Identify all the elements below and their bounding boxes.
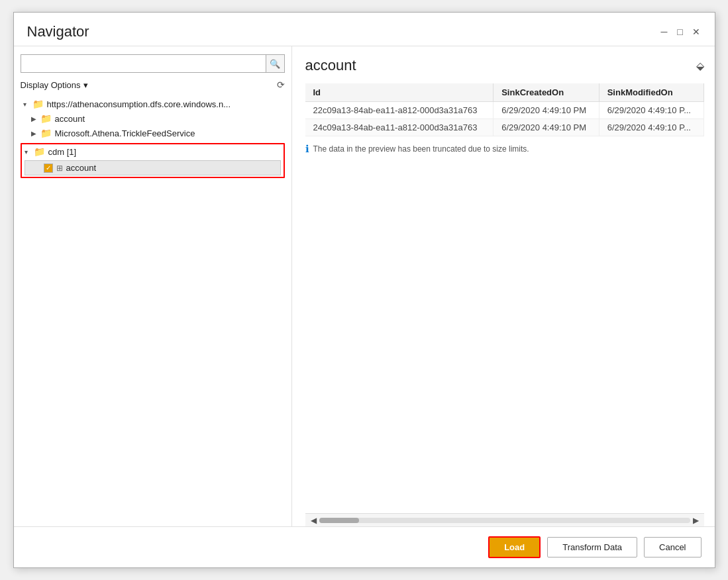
truncate-notice-text: The data in the preview has been truncat… xyxy=(313,144,529,154)
account-arrow: ▶ xyxy=(31,115,40,122)
scroll-left-arrow[interactable]: ◀ xyxy=(311,516,317,525)
account-folder-icon: 📁 xyxy=(40,113,52,124)
cdm-folder-icon: 📁 xyxy=(34,146,45,157)
table-header-row: Id SinkCreatedOn SinkModifiedOn xyxy=(305,83,704,102)
left-panel: 🔍 Display Options ▾ ⟳ ▾ 📁 https://athena… xyxy=(14,46,292,526)
cell-id-2: 24c09a13-84ab-ea11-a812-000d3a31a763 xyxy=(305,119,494,136)
title-bar: Navigator ─ □ ✕ xyxy=(14,13,715,46)
transform-data-button[interactable]: Transform Data xyxy=(547,537,637,557)
footer: Load Transform Data Cancel xyxy=(14,526,715,567)
cdm-tree-item[interactable]: ▾ 📁 cdm [1] xyxy=(22,144,284,159)
athena-arrow: ▶ xyxy=(31,130,40,137)
window-controls: ─ □ ✕ xyxy=(659,26,702,37)
cell-created-1: 6/29/2020 4:49:10 PM xyxy=(494,102,599,119)
right-title: account xyxy=(305,57,356,74)
minimize-button[interactable]: ─ xyxy=(659,26,670,37)
maximize-button[interactable]: □ xyxy=(675,26,686,37)
main-area: 🔍 Display Options ▾ ⟳ ▾ 📁 https://athena… xyxy=(14,46,715,526)
search-input[interactable] xyxy=(21,54,266,73)
search-row: 🔍 xyxy=(21,54,285,73)
table-icon: ⊞ xyxy=(56,164,63,173)
checkmark-icon: ✓ xyxy=(46,164,51,171)
display-options-button[interactable]: Display Options ▾ xyxy=(21,80,88,90)
export-icon[interactable]: ⬙ xyxy=(696,60,704,72)
display-options-arrow: ▾ xyxy=(83,80,88,90)
close-button[interactable]: ✕ xyxy=(691,26,702,37)
root-folder-icon: 📁 xyxy=(32,99,44,109)
root-arrow: ▾ xyxy=(23,101,32,108)
cdm-arrow: ▾ xyxy=(25,148,34,156)
athena-folder-icon: 📁 xyxy=(40,128,52,138)
display-options-label: Display Options xyxy=(21,80,81,90)
account-label: account xyxy=(55,114,85,124)
tree-item-athena[interactable]: ▶ 📁 Microsoft.Athena.TrickleFeedService xyxy=(21,126,285,140)
scroll-track[interactable] xyxy=(319,518,690,523)
cell-id-1: 22c09a13-84ab-ea11-a812-000d3a31a763 xyxy=(305,102,494,119)
info-notice: ℹ The data in the preview has been trunc… xyxy=(305,136,704,162)
tree-area: ▾ 📁 https://athenaconsumption.dfs.core.w… xyxy=(21,97,285,518)
refresh-icon[interactable]: ⟳ xyxy=(277,79,285,90)
cell-modified-1: 6/29/2020 4:49:10 P... xyxy=(599,102,703,119)
search-button[interactable]: 🔍 xyxy=(266,54,285,73)
col-sink-modified: SinkModifiedOn xyxy=(599,83,703,102)
right-header: account ⬙ xyxy=(305,57,704,74)
scroll-thumb[interactable] xyxy=(319,518,359,523)
table-row: 24c09a13-84ab-ea11-a812-000d3a31a763 6/2… xyxy=(305,119,704,136)
data-table-wrapper: Id SinkCreatedOn SinkModifiedOn 22c09a13… xyxy=(305,83,704,513)
account-item-label: account xyxy=(66,163,97,173)
account-checkbox[interactable]: ✓ xyxy=(44,164,53,173)
info-icon: ℹ xyxy=(305,143,309,155)
table-row: 22c09a13-84ab-ea11-a812-000d3a31a763 6/2… xyxy=(305,102,704,119)
cdm-box: ▾ 📁 cdm [1] ✓ ⊞ account xyxy=(21,143,285,178)
account-checked-row[interactable]: ✓ ⊞ account xyxy=(25,160,281,175)
root-url-label: https://athenaconsumption.dfs.core.windo… xyxy=(47,99,231,109)
tree-item-account[interactable]: ▶ 📁 account xyxy=(21,111,285,126)
right-panel: account ⬙ Id SinkCreatedOn SinkModifiedO… xyxy=(292,46,715,526)
load-button[interactable]: Load xyxy=(488,536,541,558)
dialog-title: Navigator xyxy=(27,23,89,40)
cell-created-2: 6/29/2020 4:49:10 PM xyxy=(494,119,599,136)
navigator-dialog: Navigator ─ □ ✕ 🔍 Display Options ▾ ⟳ xyxy=(13,12,715,568)
cell-modified-2: 6/29/2020 4:49:10 P... xyxy=(599,119,703,136)
scroll-bar-row: ◀ ▶ xyxy=(305,513,704,526)
scroll-right-arrow[interactable]: ▶ xyxy=(693,516,699,525)
cdm-label: cdm [1] xyxy=(48,147,77,157)
root-tree-item[interactable]: ▾ 📁 https://athenaconsumption.dfs.core.w… xyxy=(21,97,285,111)
cancel-button[interactable]: Cancel xyxy=(644,537,701,557)
display-options-row: Display Options ▾ ⟳ xyxy=(21,79,285,90)
col-sink-created: SinkCreatedOn xyxy=(494,83,599,102)
col-id: Id xyxy=(305,83,494,102)
data-table: Id SinkCreatedOn SinkModifiedOn 22c09a13… xyxy=(305,83,704,136)
athena-label: Microsoft.Athena.TrickleFeedService xyxy=(55,128,195,138)
